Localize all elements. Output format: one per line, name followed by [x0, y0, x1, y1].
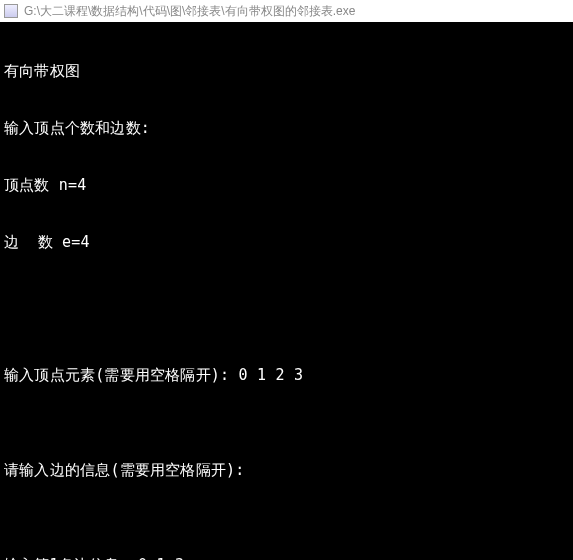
console-line: 边 数 e=4	[4, 233, 573, 252]
console-line: 输入顶点元素(需要用空格隔开): 0 1 2 3	[4, 366, 573, 385]
console-line: 输入第1条边信息: 0 1 3	[4, 556, 573, 560]
console-output: 有向带权图 输入顶点个数和边数: 顶点数 n=4 边 数 e=4 输入顶点元素(…	[0, 22, 573, 560]
app-icon	[4, 4, 18, 18]
console-line: 顶点数 n=4	[4, 176, 573, 195]
window-title: G:\大二课程\数据结构\代码\图\邻接表\有向带权图的邻接表.exe	[24, 3, 355, 20]
console-line: 请输入边的信息(需要用空格隔开):	[4, 461, 573, 480]
console-line: 输入顶点个数和边数:	[4, 119, 573, 138]
console-line: 有向带权图	[4, 62, 573, 81]
window-titlebar: G:\大二课程\数据结构\代码\图\邻接表\有向带权图的邻接表.exe	[0, 0, 573, 22]
